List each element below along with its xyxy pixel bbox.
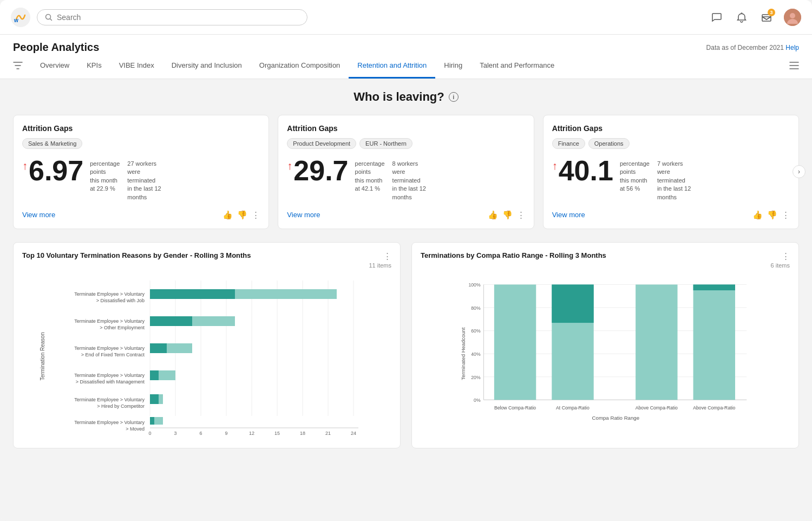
svg-text:0: 0: [148, 431, 151, 436]
left-chart-count: 11 items: [369, 262, 391, 269]
svg-text:> Moved: > Moved: [126, 426, 145, 432]
page-title: People Analytics: [13, 41, 99, 54]
tab-overview[interactable]: Overview: [31, 54, 78, 79]
svg-text:40%: 40%: [471, 351, 481, 357]
data-note: Data as of December 2021 Help: [706, 44, 799, 51]
main-content: Who is leaving? i Attrition Gaps Sales &…: [0, 79, 812, 459]
right-chart-count: 6 items: [771, 262, 790, 269]
view-more-1[interactable]: View more: [22, 211, 55, 219]
svg-text:Terminate Employee > Voluntary: Terminate Employee > Voluntary: [74, 346, 145, 351]
tab-hiring[interactable]: Hiring: [435, 54, 471, 79]
user-avatar[interactable]: [784, 9, 801, 26]
tab-kpis[interactable]: KPIs: [78, 54, 110, 79]
svg-text:9: 9: [225, 431, 227, 436]
tab-org[interactable]: Organization Composition: [251, 54, 349, 79]
tab-talent[interactable]: Talent and Performance: [471, 54, 563, 79]
right-chart-area: Terminated Headcount 100% 80% 60% 40% 20…: [421, 275, 790, 439]
svg-text:12: 12: [249, 431, 254, 436]
thumbs-up-icon[interactable]: 👍: [222, 210, 233, 220]
svg-rect-68: [552, 284, 593, 323]
svg-rect-71: [693, 284, 735, 290]
tab-retention[interactable]: Retention and Attrition: [349, 54, 435, 79]
svg-text:Compa Ratio Range: Compa Ratio Range: [592, 415, 640, 421]
tag-operations: Operations: [588, 138, 630, 149]
right-chart-more[interactable]: ⋮: [782, 251, 790, 261]
notification-icon[interactable]: [734, 10, 749, 25]
tab-vibe[interactable]: VIBE Index: [110, 54, 163, 79]
big-number-2: 29.7: [293, 157, 348, 185]
nav-tabs: Overview KPIs VIBE Index Diversity and I…: [0, 54, 812, 79]
tag-sales: Sales & Marketing: [22, 138, 82, 149]
charts-row: Top 10 Voluntary Termination Reasons by …: [13, 242, 799, 448]
svg-text:24: 24: [351, 431, 356, 436]
up-arrow-icon-2: ↑: [287, 160, 292, 172]
more-icon-2[interactable]: ⋮: [517, 210, 525, 220]
inbox-icon[interactable]: 3: [759, 10, 774, 25]
svg-text:18: 18: [300, 431, 305, 436]
section-title: Who is leaving? i: [13, 90, 799, 104]
nav-list-icon[interactable]: [789, 62, 799, 71]
svg-text:Terminated Headcount: Terminated Headcount: [460, 327, 466, 380]
svg-text:Terminate Employee > Voluntary: Terminate Employee > Voluntary: [74, 397, 145, 402]
svg-text:w: w: [14, 17, 18, 23]
svg-point-5: [790, 13, 795, 18]
info-icon[interactable]: i: [449, 92, 459, 102]
right-chart-title: Terminations by Compa Ratio Range - Roll…: [421, 251, 606, 259]
left-chart-more[interactable]: ⋮: [383, 251, 391, 261]
attrition-cards: Attrition Gaps Sales & Marketing ↑ 6.97 …: [13, 115, 799, 229]
svg-text:> Dissatisfied with Management: > Dissatisfied with Management: [76, 379, 145, 385]
left-chart-title: Top 10 Voluntary Termination Reasons by …: [22, 251, 251, 259]
page-header: People Analytics Data as of December 202…: [0, 35, 812, 54]
app-logo: w: [11, 8, 30, 27]
search-input[interactable]: [57, 13, 299, 22]
attrition-card-2: Attrition Gaps Product Development EUR -…: [278, 115, 534, 229]
filter-icon[interactable]: [13, 62, 23, 71]
card-metric-1: ↑ 6.97 percentage points this month at 2…: [22, 157, 260, 201]
view-more-2[interactable]: View more: [287, 211, 320, 219]
thumbs-up-icon-3[interactable]: 👍: [752, 210, 763, 220]
more-icon-3[interactable]: ⋮: [782, 210, 790, 220]
svg-rect-69: [636, 284, 677, 400]
svg-rect-66: [494, 284, 536, 400]
svg-text:> Other Employment: > Other Employment: [100, 325, 145, 330]
svg-text:80%: 80%: [471, 305, 481, 311]
thumbs-down-icon-2[interactable]: 👎: [502, 210, 513, 220]
card-footer-1: View more 👍 👎 ⋮: [22, 210, 260, 220]
right-chart-panel: Terminations by Compa Ratio Range - Roll…: [411, 242, 799, 448]
left-chart-svg: Terminate Employee > Voluntary > Dissati…: [22, 275, 391, 438]
card-footer-3: View more 👍 👎 ⋮: [552, 210, 790, 220]
card-footer-2: View more 👍 👎 ⋮: [287, 210, 525, 220]
svg-text:> End of Fixed Term Contract: > End of Fixed Term Contract: [81, 352, 145, 357]
tab-diversity[interactable]: Diversity and Inclusion: [163, 54, 251, 79]
chat-icon[interactable]: [709, 10, 724, 25]
search-bar[interactable]: [37, 9, 307, 25]
svg-text:> Dissatisfied with Job: > Dissatisfied with Job: [96, 298, 145, 303]
card-tags-3: Finance Operations: [552, 138, 790, 149]
left-chart-panel: Top 10 Voluntary Termination Reasons by …: [13, 242, 401, 448]
svg-text:Terminate Employee > Voluntary: Terminate Employee > Voluntary: [74, 291, 145, 297]
svg-rect-70: [693, 284, 735, 400]
svg-text:3: 3: [174, 431, 176, 436]
help-link[interactable]: Help: [785, 44, 799, 51]
inbox-badge: 3: [768, 9, 775, 16]
thumbs-down-icon[interactable]: 👎: [237, 210, 247, 220]
card-tags-1: Sales & Marketing: [22, 138, 260, 149]
search-icon: [45, 14, 53, 21]
view-more-3[interactable]: View more: [552, 211, 585, 219]
svg-text:20%: 20%: [471, 375, 481, 380]
thumbs-up-icon-2[interactable]: 👍: [488, 210, 498, 220]
attrition-card-1: Attrition Gaps Sales & Marketing ↑ 6.97 …: [13, 115, 269, 229]
svg-text:60%: 60%: [471, 328, 481, 334]
svg-text:15: 15: [274, 431, 280, 436]
up-arrow-icon-3: ↑: [552, 160, 558, 172]
svg-text:100%: 100%: [468, 282, 480, 288]
svg-text:Above Compa-Ratio: Above Compa-Ratio: [693, 405, 735, 411]
cards-next-button[interactable]: ›: [793, 165, 806, 178]
big-number-3: 40.1: [559, 157, 613, 185]
card-metric-2: ↑ 29.7 percentage points this month at 4…: [287, 157, 525, 201]
svg-text:6: 6: [199, 431, 202, 436]
svg-rect-33: [150, 343, 167, 353]
svg-text:At Compa-Ratio: At Compa-Ratio: [556, 405, 590, 411]
thumbs-down-icon-3[interactable]: 👎: [767, 210, 777, 220]
more-icon[interactable]: ⋮: [252, 210, 260, 220]
